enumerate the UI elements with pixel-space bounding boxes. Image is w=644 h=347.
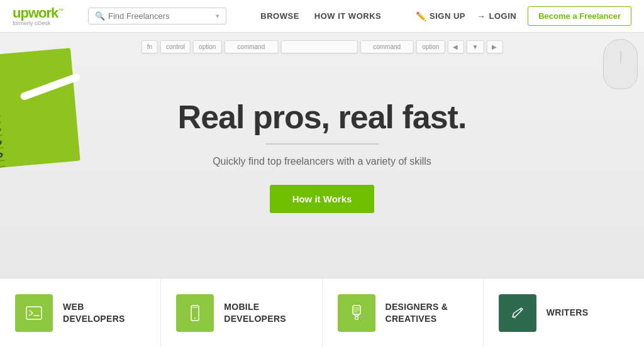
key-down: ▼ (466, 40, 484, 53)
hero-divider (265, 143, 379, 145)
svg-point-3 (194, 317, 196, 319)
key-command: command (224, 40, 278, 53)
key-command2: command (360, 40, 414, 53)
spiral-loop (0, 127, 1, 133)
become-freelancer-button[interactable]: Become a Freelancer (528, 6, 631, 26)
writers-label: WRITERS (547, 307, 589, 318)
login-label: LOGIN (489, 11, 517, 21)
key-fn: fn (142, 40, 158, 53)
designers-icon-box (338, 294, 375, 332)
search-input[interactable] (108, 11, 213, 21)
logo-formerly: formerly oDesk (13, 21, 75, 26)
how-it-works-button[interactable]: How it Works (270, 185, 375, 213)
mouse-decoration (603, 39, 638, 89)
logo-wordmark: upwork™ (13, 6, 63, 20)
left-decoration (0, 33, 101, 278)
hero-subtitle: Quickly find top freelancers with a vari… (178, 156, 467, 167)
main-nav: BROWSE HOW IT WORKS (239, 11, 403, 21)
card-mobile-developers[interactable]: MOBILE DEVELOPERS (161, 278, 322, 347)
web-dev-icon-box (15, 294, 53, 332)
hero-title: Real pros, real fast. (178, 98, 467, 136)
writers-icon-box (499, 294, 536, 332)
mobile-icon (186, 304, 204, 322)
logo[interactable]: upwork™ formerly oDesk (13, 6, 75, 26)
nav-actions: ✏️ SIGN UP → LOGIN Become a Freelancer (416, 6, 631, 26)
pencil-writers-icon (509, 304, 526, 322)
card-writers[interactable]: WRITERS (484, 278, 644, 347)
key-space (280, 40, 357, 53)
brush-icon (348, 304, 365, 322)
notebook-decoration (0, 48, 80, 168)
key-option: option (193, 40, 221, 53)
key-left: ◀ (447, 40, 464, 53)
login-link[interactable]: → LOGIN (477, 11, 516, 21)
hero-content: Real pros, real fast. Quickly find top f… (178, 98, 467, 213)
spiral-loop (0, 152, 3, 158)
category-cards: WEB DEVELOPERS MOBILE DEVELOPERS (0, 278, 644, 347)
designers-label: DESIGNERS & CREATIVES (386, 301, 448, 324)
mobile-dev-icon-box (176, 294, 214, 332)
mobile-dev-label: MOBILE DEVELOPERS (224, 301, 286, 324)
web-dev-label: WEB DEVELOPERS (63, 301, 125, 324)
hero-section: fn control option command command option… (0, 33, 644, 278)
nav-browse[interactable]: BROWSE (260, 11, 299, 21)
key-right: ▶ (486, 40, 502, 53)
terminal-icon (25, 304, 43, 322)
svg-rect-0 (26, 307, 42, 319)
card-web-developers[interactable]: WEB DEVELOPERS (0, 278, 161, 347)
svg-point-9 (355, 316, 358, 319)
pencil-icon: ✏️ (416, 11, 427, 21)
key-control: control (160, 40, 191, 53)
spiral-decoration (0, 55, 4, 168)
login-arrow-icon: → (477, 11, 486, 21)
signup-label: SIGN UP (430, 11, 465, 21)
spiral-loop (0, 140, 2, 145)
header: upwork™ formerly oDesk 🔍 ▾ BROWSE HOW IT… (0, 0, 644, 33)
key-option2: option (416, 40, 445, 53)
signup-link[interactable]: ✏️ SIGN UP (416, 11, 465, 21)
search-bar[interactable]: 🔍 ▾ (88, 8, 226, 25)
nav-how-it-works[interactable]: HOW IT WORKS (314, 11, 381, 21)
search-icon: 🔍 (95, 11, 105, 21)
svg-line-10 (520, 309, 521, 311)
card-designers[interactable]: DESIGNERS & CREATIVES (323, 278, 484, 347)
keyboard-decoration: fn control option command command option… (134, 33, 511, 61)
right-decoration (569, 33, 644, 96)
search-dropdown-icon[interactable]: ▾ (216, 12, 219, 20)
